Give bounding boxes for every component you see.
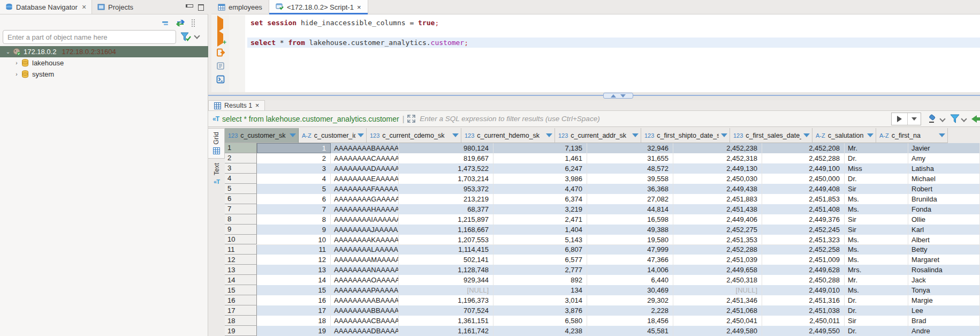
tree-item-lakehouse[interactable]: ›lakehouse xyxy=(0,57,208,69)
cell-c_customer_sk-row2[interactable]: 2 xyxy=(257,153,331,163)
cell-c_customer_id-row18[interactable]: AAAAAAAACBAAAAAA xyxy=(331,316,399,326)
cell-c_first_shipto_date_sk-row5[interactable]: 2,449,438 xyxy=(673,184,762,194)
cell-c_salutation-row11[interactable]: Ms. xyxy=(845,245,908,255)
cell-c_first_sales_date_sk-row5[interactable]: 2,449,408 xyxy=(762,184,845,194)
cell-c_customer_sk-row17[interactable]: 17 xyxy=(257,305,331,316)
cell-c_current_cdemo_sk-row17[interactable]: 707,524 xyxy=(399,305,493,316)
cell-c_current_hdemo_sk-row15[interactable]: 134 xyxy=(493,285,587,295)
cell-c_salutation-row10[interactable]: Ms. xyxy=(845,235,908,245)
column-header-c_salutation[interactable]: A-Zc_salutation xyxy=(812,128,876,143)
cell-c_first_na-row7[interactable]: Fonda xyxy=(908,204,980,214)
cell-c_first_na-row9[interactable]: Karl xyxy=(908,225,980,235)
execute-script-icon[interactable] xyxy=(216,48,225,57)
cell-c_first_na-row2[interactable]: Amy xyxy=(908,153,980,163)
cell-c_customer_sk-row15[interactable]: 15 xyxy=(257,285,331,295)
collapse-arrow-icon[interactable]: ⌄ xyxy=(4,49,12,55)
cell-c_current_hdemo_sk-row6[interactable]: 6,374 xyxy=(493,194,587,204)
cell-c_first_shipto_date_sk-row10[interactable]: 2,451,353 xyxy=(673,235,762,245)
cell-c_salutation-row9[interactable]: Sir xyxy=(845,225,908,235)
cell-c_first_sales_date_sk-row13[interactable]: 2,449,628 xyxy=(762,265,845,275)
cell-c_first_sales_date_sk-row9[interactable]: 2,452,245 xyxy=(762,225,845,235)
apply-filter-button[interactable] xyxy=(891,113,921,125)
cell-c_first_shipto_date_sk-row19[interactable]: 2,449,580 xyxy=(673,326,762,336)
cell-c_current_addr_sk-row6[interactable]: 27,082 xyxy=(587,194,673,204)
expand-arrow-icon[interactable]: › xyxy=(13,60,20,66)
cell-c_current_cdemo_sk-row9[interactable]: 1,168,667 xyxy=(399,225,493,235)
cell-c_salutation-row7[interactable]: Ms. xyxy=(845,204,908,214)
cell-c_first_na-row16[interactable]: Margie xyxy=(908,295,980,305)
cell-c_current_cdemo_sk-row7[interactable]: 68,377 xyxy=(399,204,493,214)
cell-c_first_shipto_date_sk-row7[interactable]: 2,451,438 xyxy=(673,204,762,214)
cell-c_first_sales_date_sk-row6[interactable]: 2,451,853 xyxy=(762,194,845,204)
cell-c_current_hdemo_sk-row4[interactable]: 3,986 xyxy=(493,174,587,184)
cell-c_customer_id-row16[interactable]: AAAAAAAAABAAAAAA xyxy=(331,295,399,305)
cell-c_salutation-row14[interactable]: Mr. xyxy=(845,275,908,285)
filter-settings-funnel-icon[interactable] xyxy=(950,114,960,123)
cell-c_first_na-row14[interactable]: Jack xyxy=(908,275,980,285)
column-header-c_first_sales_date_sk[interactable]: 123c_first_sales_date_sk xyxy=(730,128,812,143)
cell-c_current_hdemo_sk-row19[interactable]: 4,238 xyxy=(493,326,587,336)
cell-c_current_hdemo_sk-row7[interactable]: 3,219 xyxy=(493,204,587,214)
cell-c_first_shipto_date_sk-row11[interactable]: 2,452,288 xyxy=(673,245,762,255)
cell-c_first_sales_date_sk-row19[interactable]: 2,449,550 xyxy=(762,326,845,336)
cell-c_customer_sk-row18[interactable]: 18 xyxy=(257,316,331,326)
tree-item-system[interactable]: ›system xyxy=(0,69,208,80)
link-with-editor-icon[interactable] xyxy=(175,19,186,27)
cell-c_customer_id-row5[interactable]: AAAAAAAAFAAAAAAA xyxy=(331,184,399,194)
cell-c_current_hdemo_sk-row17[interactable]: 3,876 xyxy=(493,305,587,316)
cell-c_salutation-row19[interactable]: Dr. xyxy=(845,326,908,336)
cell-c_first_sales_date_sk-row12[interactable]: 2,451,009 xyxy=(762,255,845,265)
cell-c_current_addr_sk-row3[interactable]: 48,572 xyxy=(587,163,673,174)
collapse-down-icon[interactable] xyxy=(620,94,626,98)
column-sort-dropdown-icon[interactable] xyxy=(452,133,459,137)
cell-c_customer_id-row15[interactable]: AAAAAAAAPAAAAAAA xyxy=(331,285,399,295)
cell-c_current_cdemo_sk-row1[interactable]: 980,124 xyxy=(399,143,493,153)
cell-c_customer_id-row19[interactable]: AAAAAAAADBAAAAAA xyxy=(331,326,399,336)
cell-c_salutation-row3[interactable]: Miss xyxy=(845,163,908,174)
cell-c_salutation-row5[interactable]: Sir xyxy=(845,184,908,194)
cell-c_customer_sk-row14[interactable]: 14 xyxy=(257,275,331,285)
cell-c_current_addr_sk-row12[interactable]: 47,366 xyxy=(587,255,673,265)
cell-c_first_na-row19[interactable]: Andre xyxy=(908,326,980,336)
cell-c_current_addr_sk-row19[interactable]: 45,581 xyxy=(587,326,673,336)
cell-c_current_hdemo_sk-row9[interactable]: 1,404 xyxy=(493,225,587,235)
cell-c_current_hdemo_sk-row3[interactable]: 6,247 xyxy=(493,163,587,174)
cell-c_current_cdemo_sk-row12[interactable]: 502,141 xyxy=(399,255,493,265)
cell-c_first_shipto_date_sk-row14[interactable]: 2,450,318 xyxy=(673,275,762,285)
column-header-c_first_na[interactable]: A-Zc_first_na xyxy=(876,128,948,143)
cell-c_salutation-row8[interactable]: Sir xyxy=(845,214,908,225)
cell-c_salutation-row16[interactable]: Dr. xyxy=(845,295,908,305)
sql-console-icon[interactable] xyxy=(216,75,225,84)
cell-c_customer_sk-row11[interactable]: 11 xyxy=(257,245,331,255)
cell-c_current_hdemo_sk-row1[interactable]: 7,135 xyxy=(493,143,587,153)
row-number-10[interactable]: 10 xyxy=(225,235,257,245)
minimize-icon[interactable] xyxy=(186,4,192,10)
cell-c_customer_sk-row6[interactable]: 6 xyxy=(257,194,331,204)
cell-c_first_na-row5[interactable]: Robert xyxy=(908,184,980,194)
cell-c_first_sales_date_sk-row2[interactable]: 2,452,288 xyxy=(762,153,845,163)
cell-c_customer_id-row17[interactable]: AAAAAAAABBAAAAAA xyxy=(331,305,399,316)
cell-c_customer_sk-row4[interactable]: 4 xyxy=(257,174,331,184)
execute-statement-icon[interactable] xyxy=(217,19,223,29)
cell-c_first_shipto_date_sk-row9[interactable]: 2,452,275 xyxy=(673,225,762,235)
column-header-c_first_shipto_date_sk[interactable]: 123c_first_shipto_date_sk xyxy=(641,128,730,143)
cell-c_first_shipto_date_sk-row4[interactable]: 2,450,030 xyxy=(673,174,762,184)
cell-c_customer_sk-row13[interactable]: 13 xyxy=(257,265,331,275)
tab-database-navigator[interactable]: Database Navigator × xyxy=(0,0,92,14)
cell-c_first_shipto_date_sk-row1[interactable]: 2,452,238 xyxy=(673,143,762,153)
cell-c_current_hdemo_sk-row8[interactable]: 2,471 xyxy=(493,214,587,225)
column-sort-dropdown-icon[interactable] xyxy=(632,133,639,137)
cell-c_first_na-row1[interactable]: Javier xyxy=(908,143,980,153)
row-number-5[interactable]: 5 xyxy=(225,184,257,194)
execute-new-tab-icon[interactable]: + xyxy=(217,34,223,43)
cell-c_current_addr_sk-row4[interactable]: 39,558 xyxy=(587,174,673,184)
cell-c_salutation-row12[interactable]: Ms. xyxy=(845,255,908,265)
collapse-all-icon[interactable] xyxy=(161,20,170,26)
cell-c_current_addr_sk-row1[interactable]: 32,946 xyxy=(587,143,673,153)
cell-c_first_na-row3[interactable]: Latisha xyxy=(908,163,980,174)
cell-c_current_addr_sk-row9[interactable]: 49,388 xyxy=(587,225,673,235)
maximize-icon[interactable] xyxy=(197,4,204,10)
cell-c_current_hdemo_sk-row10[interactable]: 5,143 xyxy=(493,235,587,245)
cell-c_current_cdemo_sk-row18[interactable]: 1,361,151 xyxy=(399,316,493,326)
row-number-11[interactable]: 11 xyxy=(225,245,257,255)
